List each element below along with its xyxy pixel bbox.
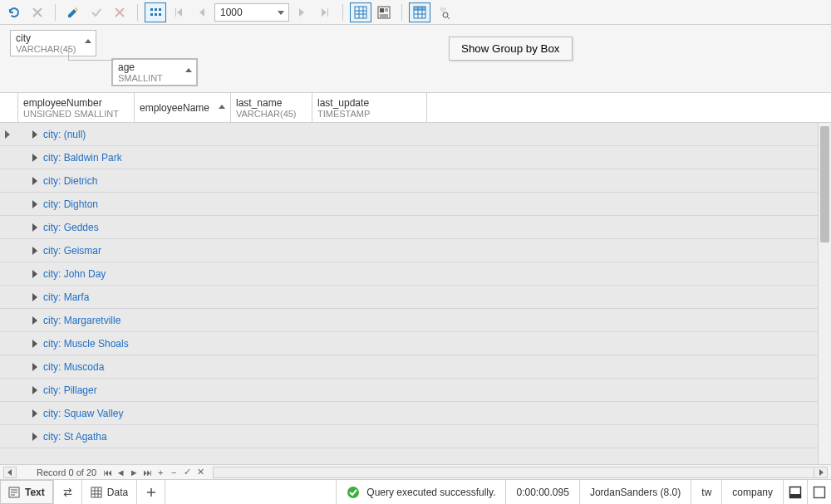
column-type: VARCHAR(45) [236, 109, 307, 119]
expand-icon[interactable] [28, 247, 43, 255]
group-label[interactable]: city: Margaretville [43, 315, 120, 326]
group-label[interactable]: city: Marfa [43, 291, 89, 303]
svg-rect-17 [814, 487, 825, 497]
sort-asc-icon [85, 39, 91, 43]
grid-view-button[interactable] [350, 2, 371, 22]
group-label[interactable]: city: John Day [43, 268, 106, 280]
page-size-select[interactable]: 1000 [214, 3, 289, 22]
group-row[interactable]: city: Geddes [0, 216, 818, 239]
group-chip-age[interactable]: age SMALLINT [111, 58, 198, 86]
panel-toggle-1[interactable] [783, 480, 807, 504]
status-message: Query executed successfully. [336, 480, 505, 504]
expand-icon[interactable] [28, 340, 43, 348]
expand-icon[interactable] [28, 154, 43, 162]
hscroll-right-button[interactable] [814, 467, 827, 478]
scrollbar-thumb[interactable] [820, 126, 829, 242]
card-view-button[interactable] [373, 2, 395, 22]
group-label[interactable]: city: St Agatha [43, 431, 107, 443]
svg-rect-13 [91, 487, 101, 497]
paginated-mode-button[interactable] [145, 2, 166, 22]
group-row[interactable]: city: Squaw Valley [0, 402, 818, 425]
group-row[interactable]: city: (null) [0, 123, 818, 146]
svg-rect-6 [355, 7, 366, 18]
expand-icon[interactable] [28, 409, 43, 418]
pivot-view-button[interactable] [409, 2, 430, 22]
group-label[interactable]: city: (null) [43, 129, 86, 140]
group-label[interactable]: city: Baldwin Park [43, 152, 122, 164]
tab-add[interactable] [137, 480, 165, 504]
nav-remove-button[interactable]: − [168, 467, 179, 477]
hscroll-left-button[interactable] [3, 467, 17, 478]
expand-icon[interactable] [28, 293, 43, 301]
nav-next-button[interactable]: ► [128, 467, 140, 477]
expand-icon[interactable] [28, 200, 43, 208]
data-area: city: (null)city: Baldwin Parkcity: Diet… [0, 123, 831, 464]
svg-rect-5 [159, 13, 161, 16]
nav-prev-button[interactable]: ◄ [115, 467, 126, 477]
group-row[interactable]: city: Marfa [0, 286, 818, 309]
group-row[interactable]: city: Dietrich [0, 169, 818, 193]
expand-icon[interactable] [28, 270, 43, 278]
filter-button[interactable] [432, 2, 454, 22]
nav-add-button[interactable]: + [155, 467, 166, 477]
tab-text[interactable]: Text [0, 480, 54, 504]
tab-data[interactable]: Data [82, 480, 137, 504]
column-header-last_update[interactable]: last_update TIMESTAMP [312, 93, 427, 122]
column-header-employeeName[interactable]: employeeName [135, 93, 231, 122]
status-bar: Text Data Query executed successfully. 0… [0, 479, 831, 504]
column-header-last_name[interactable]: last_name VARCHAR(45) [231, 93, 312, 122]
expand-icon[interactable] [28, 433, 43, 441]
toolbar: 1000 [0, 0, 831, 25]
column-name: last_name [236, 97, 307, 109]
expand-icon[interactable] [28, 223, 43, 232]
group-row[interactable]: city: Muscoda [0, 355, 818, 379]
user-text: JordanSanders (8.0) [590, 487, 681, 498]
column-header-row: employeeNumber UNSIGNED SMALLINT employe… [0, 93, 831, 123]
refresh-button[interactable] [3, 2, 25, 22]
group-label[interactable]: city: Muscle Shoals [43, 338, 129, 350]
group-label[interactable]: city: Squaw Valley [43, 408, 124, 419]
nav-cancel-button[interactable]: ✕ [194, 467, 206, 477]
conn1-text: tw [701, 487, 711, 498]
nav-commit-button[interactable]: ✓ [181, 467, 193, 477]
group-label[interactable]: city: Dighton [43, 198, 98, 210]
record-label: Record 0 of 20 [33, 467, 100, 477]
svg-rect-3 [150, 13, 153, 16]
expand-icon[interactable] [28, 177, 43, 185]
toolbar-separator [342, 4, 343, 21]
group-row[interactable]: city: Pillager [0, 379, 818, 402]
chevron-down-icon [278, 11, 284, 15]
group-row[interactable]: city: Baldwin Park [0, 146, 818, 169]
nav-first-button[interactable]: ⏮ [101, 467, 113, 477]
panel-toggle-2[interactable] [807, 480, 831, 504]
expand-icon[interactable] [28, 363, 43, 371]
svg-point-14 [347, 487, 359, 498]
horizontal-scrollbar[interactable] [213, 467, 828, 478]
group-label[interactable]: city: Geddes [43, 222, 99, 233]
expand-icon[interactable] [28, 316, 43, 325]
nav-last-button[interactable]: ⏭ [141, 467, 153, 477]
group-row[interactable]: city: John Day [0, 262, 818, 286]
svg-rect-8 [380, 8, 384, 12]
status-elapsed: 0:00:00.095 [505, 480, 578, 504]
button-label: Show Group by Box [461, 42, 560, 55]
group-row[interactable]: city: Margaretville [0, 309, 818, 332]
svg-rect-4 [155, 13, 157, 16]
group-label[interactable]: city: Pillager [43, 384, 97, 396]
group-row[interactable]: city: Dighton [0, 193, 818, 216]
show-group-by-box-button[interactable]: Show Group by Box [449, 37, 573, 61]
vertical-scrollbar[interactable] [818, 123, 831, 464]
group-label[interactable]: city: Geismar [43, 245, 101, 257]
expand-icon[interactable] [28, 130, 43, 139]
column-header-employeeNumber[interactable]: employeeNumber UNSIGNED SMALLINT [18, 93, 135, 122]
expand-icon[interactable] [28, 386, 43, 394]
column-type: UNSIGNED SMALLINT [23, 109, 129, 119]
tab-swap[interactable] [54, 480, 82, 504]
group-label[interactable]: city: Dietrich [43, 175, 97, 187]
edit-mode-button[interactable] [62, 2, 84, 22]
column-name: employeeNumber [23, 97, 129, 109]
group-label[interactable]: city: Muscoda [43, 361, 104, 373]
group-row[interactable]: city: Muscle Shoals [0, 332, 818, 355]
group-row[interactable]: city: Geismar [0, 239, 818, 262]
group-row[interactable]: city: St Agatha [0, 425, 818, 448]
